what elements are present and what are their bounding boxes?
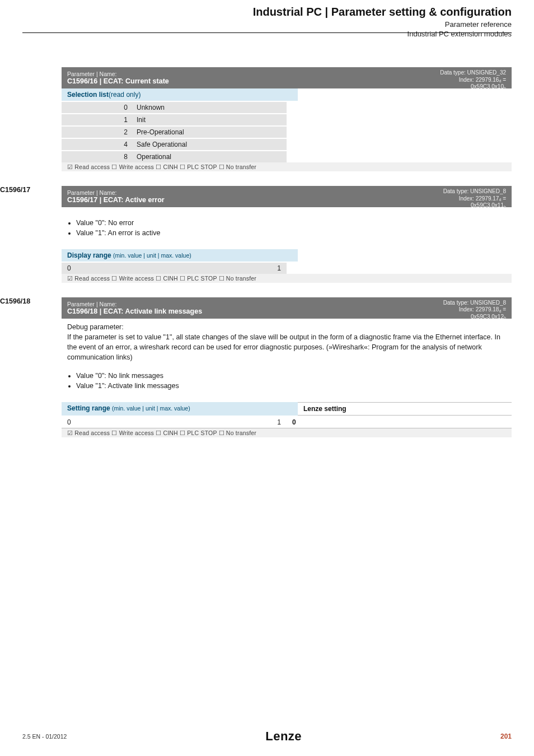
- selection-num: 4: [62, 139, 132, 150]
- page-title: Industrial PC | Parameter setting & conf…: [253, 6, 512, 18]
- param-name: C1596/17 | ECAT: Active error: [67, 196, 506, 204]
- dt-line2-sub: d: [499, 197, 501, 202]
- display-range-row: 0 1: [62, 262, 287, 274]
- subtitle-1: Parameter reference: [445, 20, 512, 29]
- dt-line2-eq: =: [501, 77, 506, 83]
- dt-line1: Data type: UNSIGNED_32: [440, 69, 506, 76]
- dt-line2-sub: d: [499, 78, 501, 83]
- param-block-c1596-17: C1596/17 Parameter | Name: C1596/17 | EC…: [62, 186, 512, 283]
- param-block-c1596-18: C1596/18 Parameter | Name: C1596/18 | EC…: [62, 297, 512, 437]
- page-number: 201: [500, 732, 512, 740]
- range-min: 0: [62, 417, 134, 428]
- dt-line3-sub: h: [504, 204, 506, 209]
- selection-row: 1 Init: [62, 113, 287, 125]
- selection-row: 8 Operational: [62, 150, 287, 162]
- param-header: Parameter | Name: C1596/18 | ECAT: Activ…: [62, 297, 512, 319]
- range-suffix: (min. value | unit | max. value): [113, 252, 191, 259]
- dt-line3: 0x59C3.0x10: [471, 83, 504, 90]
- footer-note: 2.5 EN - 01/2012: [22, 733, 67, 740]
- read-only-label: (read only): [109, 91, 140, 99]
- debug-description: Debug parameter: If the parameter is set…: [62, 319, 512, 402]
- selection-list-label: Selection list: [67, 91, 109, 99]
- selection-text: Pre-Operational: [132, 127, 287, 138]
- dt-line2: Index: 22979.18: [459, 306, 499, 312]
- display-range-label: Display range: [67, 251, 111, 259]
- lenze-setting-header: Lenze setting: [298, 402, 512, 416]
- range-max: 1: [134, 417, 287, 428]
- setting-range-row: 0 1 0: [62, 416, 512, 428]
- param-datatype: Data type: UNSIGNED_32 Index: 22979.16d …: [440, 69, 506, 91]
- bullet-item: Value "0": No link messages: [76, 371, 500, 381]
- page-footer: 2.5 EN - 01/2012 Lenze 201: [22, 729, 512, 744]
- display-range-header: Display range (min. value | unit | max. …: [62, 249, 298, 262]
- selection-row: 4 Safe Operational: [62, 138, 287, 150]
- setting-range-header: Setting range (min. value | unit | max. …: [62, 402, 298, 416]
- param-label: Parameter | Name:: [67, 189, 506, 196]
- dt-line2-eq: =: [501, 195, 506, 202]
- param-name: C1596/18 | ECAT: Activate link messages: [67, 307, 506, 315]
- bullet-item: Value "0": No error: [76, 218, 506, 228]
- dt-line1: Data type: UNSIGNED_8: [443, 188, 506, 194]
- access-flags: ☑ Read access ☐ Write access ☐ CINH ☐ PL…: [62, 162, 512, 171]
- selection-text: Init: [132, 114, 287, 125]
- selection-text: Unknown: [132, 102, 287, 113]
- dt-line2-eq: =: [501, 306, 506, 312]
- section-code: C1596/18: [0, 297, 30, 305]
- param-header: Parameter | Name: C1596/17 | ECAT: Activ…: [62, 186, 512, 207]
- access-flags: ☑ Read access ☐ Write access ☐ CINH ☐ PL…: [62, 274, 512, 283]
- selection-num: 8: [62, 151, 132, 162]
- desc-head: Debug parameter:: [67, 323, 124, 331]
- value-bullets: Value "0": No error Value "1": An error …: [62, 214, 512, 242]
- param-block-c1596-16: Parameter | Name: C1596/16 | ECAT: Curre…: [62, 67, 512, 171]
- setting-range-label: Setting range: [67, 404, 110, 412]
- dt-line3-sub: h: [504, 86, 506, 91]
- page-subtitle: Parameter reference Industrial PC extens…: [407, 20, 512, 39]
- brand-logo: Lenze: [265, 729, 302, 744]
- param-datatype: Data type: UNSIGNED_8 Index: 22979.18d =…: [443, 300, 506, 321]
- param-label: Parameter | Name:: [67, 301, 506, 307]
- range-min: 0: [62, 263, 134, 274]
- lenze-default: 0: [287, 417, 512, 428]
- selection-num: 0: [62, 102, 132, 113]
- access-flags: ☑ Read access ☐ Write access ☐ CINH ☐ PL…: [62, 428, 512, 437]
- dt-line3-sub: h: [504, 315, 506, 320]
- selection-num: 1: [62, 114, 132, 125]
- dt-line2: Index: 22979.17: [459, 195, 499, 202]
- setting-range-header-row: Setting range (min. value | unit | max. …: [62, 402, 512, 416]
- param-header: Parameter | Name: C1596/16 | ECAT: Curre…: [62, 67, 512, 88]
- param-datatype: Data type: UNSIGNED_8 Index: 22979.17d =…: [443, 188, 506, 209]
- dt-line2: Index: 22979.16: [459, 77, 499, 83]
- bullet-item: Value "1": An error is active: [76, 228, 506, 239]
- range-suffix: (min. value | unit | max. value): [112, 405, 190, 412]
- selection-text: Safe Operational: [132, 139, 287, 150]
- dt-line2-sub: d: [499, 309, 501, 314]
- selection-list-header: Selection list(read only): [62, 88, 298, 101]
- dt-line3: 0x59C3.0x12: [471, 314, 504, 320]
- selection-row: 0 Unknown: [62, 101, 287, 113]
- desc-body: If the parameter is set to value "1", al…: [67, 333, 500, 361]
- selection-num: 2: [62, 127, 132, 138]
- section-code: C1596/17: [0, 186, 30, 194]
- selection-row: 2 Pre-Operational: [62, 125, 287, 138]
- dt-line3: 0x59C3.0x11: [471, 202, 504, 208]
- bullet-item: Value "1": Activate link messages: [76, 381, 500, 391]
- selection-text: Operational: [132, 151, 287, 162]
- dt-line1: Data type: UNSIGNED_8: [443, 300, 506, 306]
- header-divider: [22, 32, 512, 33]
- subtitle-2: Industrial PC extension modules: [407, 30, 512, 38]
- range-max: 1: [134, 263, 287, 274]
